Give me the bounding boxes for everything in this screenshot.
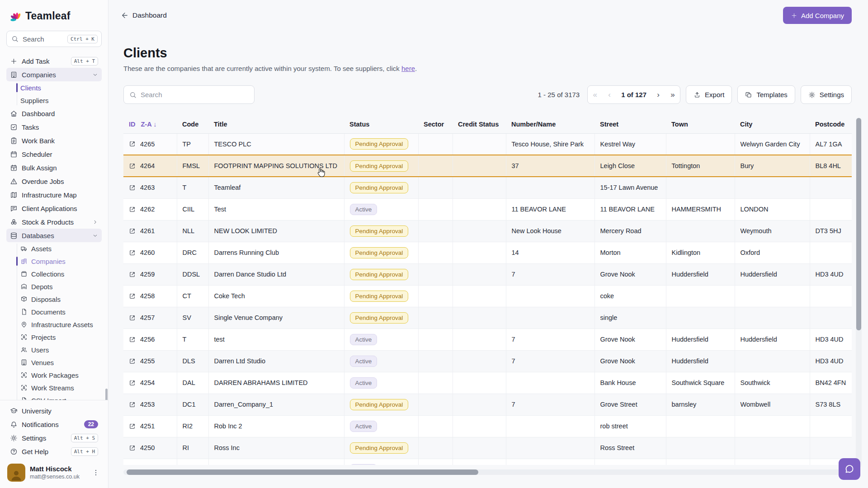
- column-header-code[interactable]: Code: [177, 115, 208, 133]
- cell-title: [208, 459, 344, 465]
- table-row[interactable]: 4261 NLL NEW LOOK LIMITED Pending Approv…: [123, 220, 852, 242]
- external-link-icon[interactable]: [129, 401, 136, 408]
- sidebar-item-work-streams[interactable]: Work Streams: [17, 381, 102, 394]
- column-header-street[interactable]: Street: [594, 115, 666, 133]
- table-row[interactable]: 4263 T Teamleaf Pending Approval 15-17 L…: [123, 177, 852, 198]
- sidebar-item-client-applications[interactable]: Client Applications: [6, 202, 102, 215]
- sidebar-item-db-companies[interactable]: Companies: [17, 255, 102, 267]
- table-search[interactable]: [123, 85, 255, 104]
- table-row[interactable]: 4255 DLS Darren Ltd Studio Active 7 Grov…: [123, 350, 852, 372]
- table-settings-button[interactable]: Settings: [801, 85, 852, 104]
- first-page-button[interactable]: «: [588, 86, 602, 103]
- user-card[interactable]: Matt Hiscock matt@senses.co.uk: [6, 458, 102, 488]
- horizontal-scrollbar-thumb[interactable]: [127, 469, 478, 475]
- sidebar-item-bulk-assign[interactable]: Bulk Assign: [6, 161, 102, 174]
- external-link-icon[interactable]: [129, 293, 136, 300]
- cell-city: Southwick: [735, 372, 810, 394]
- sidebar-item-clients[interactable]: Clients: [17, 81, 102, 94]
- sidebar-item-work-packages[interactable]: Work Packages: [17, 369, 102, 381]
- suppliers-link[interactable]: here: [401, 65, 415, 72]
- external-link-icon[interactable]: [129, 206, 136, 213]
- external-link-icon[interactable]: [129, 163, 136, 169]
- table-row[interactable]: 4250 RI Ross Inc Pending Approval Ross S…: [123, 437, 852, 459]
- column-header-sector[interactable]: Sector: [418, 115, 453, 133]
- next-page-button[interactable]: ›: [651, 86, 665, 103]
- sidebar-item-projects[interactable]: Projects: [17, 331, 102, 343]
- sidebar-item-university[interactable]: University: [6, 404, 102, 418]
- sidebar-item-assets[interactable]: Assets: [17, 242, 102, 255]
- breadcrumb[interactable]: Dashboard: [132, 11, 167, 19]
- table-row[interactable]: 4253 DC1 Darren_Company_1 Pending Approv…: [123, 394, 852, 415]
- sidebar-item-companies[interactable]: Companies: [6, 68, 102, 81]
- kebab-menu-icon[interactable]: [92, 469, 100, 477]
- table-search-input[interactable]: [141, 91, 249, 99]
- chat-button[interactable]: [839, 458, 860, 480]
- cell-sector: [418, 263, 453, 285]
- external-link-icon[interactable]: [129, 271, 136, 278]
- column-header-id[interactable]: IDZ-A ↓: [123, 115, 177, 133]
- sidebar-item-venues[interactable]: Venues: [17, 356, 102, 369]
- sidebar-item-scheduler[interactable]: Scheduler: [6, 147, 102, 161]
- sidebar-item-collections[interactable]: Collections: [17, 267, 102, 280]
- add-company-button[interactable]: Add Company: [783, 7, 852, 24]
- sidebar-item-get-help[interactable]: Get HelpAlt + H: [6, 445, 102, 458]
- export-button[interactable]: Export: [686, 85, 732, 104]
- sidebar-item-infrastructure-assets[interactable]: Infrastructure Assets: [17, 318, 102, 331]
- last-page-button[interactable]: »: [665, 86, 680, 103]
- external-link-icon[interactable]: [129, 184, 136, 191]
- table-row[interactable]: 4254 DAL DARREN ABRAHAMS LIMITED Active …: [123, 372, 852, 394]
- sidebar-item-documents[interactable]: Documents: [17, 305, 102, 318]
- sidebar-item-csv-import[interactable]: CSV Import: [17, 394, 102, 400]
- column-header-credit-status[interactable]: Credit Status: [453, 115, 506, 133]
- column-header-city[interactable]: City: [735, 115, 810, 133]
- table-row[interactable]: 4262 CIIL Test Active 11 BEAVOR LANE 11 …: [123, 198, 852, 220]
- sidebar-item-overdue-jobs[interactable]: Overdue Jobs: [6, 174, 102, 188]
- templates-button[interactable]: Templates: [737, 85, 795, 104]
- table-row[interactable]: 4257 SV Single Venue Company Pending App…: [123, 307, 852, 328]
- sidebar-scrollbar-thumb[interactable]: [105, 389, 108, 400]
- vertical-scrollbar-thumb[interactable]: [856, 118, 861, 330]
- table-row[interactable]: 4264 FMSL FOOTPRINT MAPPING SOLUTIONS LT…: [123, 155, 852, 177]
- sidebar-search[interactable]: Search Ctrl + K: [6, 31, 102, 47]
- sidebar-item-add-task[interactable]: Add Task Alt + T: [6, 54, 102, 68]
- external-link-icon[interactable]: [129, 423, 136, 430]
- table-row[interactable]: 4259 DDSL Darren Dance Studio Ltd Pendin…: [123, 263, 852, 285]
- external-link-icon[interactable]: [129, 380, 136, 386]
- breadcrumb-back[interactable]: Dashboard: [121, 11, 167, 19]
- table-row[interactable]: 4258 CT Coke Tech Pending Approval coke: [123, 285, 852, 307]
- table-row[interactable]: 4260 DRC Darrens Running Club Pending Ap…: [123, 242, 852, 263]
- sidebar-item-tasks[interactable]: Tasks: [6, 120, 102, 134]
- table-row[interactable]: 4265 TP TESCO PLC Pending Approval Tesco…: [123, 133, 852, 155]
- prev-page-button[interactable]: ‹: [602, 86, 617, 103]
- column-header-postcode[interactable]: Postcode: [810, 115, 852, 133]
- table-row[interactable]: 4251 RI2 Rob Inc 2 Active rob street: [123, 415, 852, 437]
- sidebar-item-notifications[interactable]: Notifications22: [6, 418, 102, 431]
- external-link-icon[interactable]: [129, 314, 136, 321]
- external-link-icon[interactable]: [129, 358, 136, 365]
- external-link-icon[interactable]: [129, 249, 136, 256]
- sidebar-item-stock-products[interactable]: Stock & Products: [6, 215, 102, 229]
- app-logo[interactable]: Teamleaf: [0, 0, 108, 30]
- sidebar-item-depots[interactable]: Depots: [17, 280, 102, 293]
- column-header-number-name[interactable]: Number/Name: [506, 115, 594, 133]
- table-row[interactable]: Active: [123, 459, 852, 465]
- sidebar-item-disposals[interactable]: Disposals: [17, 293, 102, 305]
- sidebar-item-suppliers[interactable]: Suppliers: [17, 94, 102, 107]
- scan-user-icon: [20, 371, 28, 379]
- external-link-icon[interactable]: [129, 336, 136, 343]
- column-header-status[interactable]: Status: [344, 115, 418, 133]
- sidebar-item-infrastructure-map[interactable]: Infrastructure Map: [6, 188, 102, 202]
- table-row[interactable]: 4256 T test Active 7 Grove Nook Huddersf…: [123, 328, 852, 350]
- sidebar-item-settings[interactable]: SettingsAlt + S: [6, 431, 102, 445]
- column-header-town[interactable]: Town: [666, 115, 735, 133]
- external-link-icon[interactable]: [129, 141, 136, 147]
- cell-title: Darren_Company_1: [208, 394, 344, 415]
- sidebar-item-users[interactable]: Users: [17, 343, 102, 356]
- sidebar-item-dashboard[interactable]: Dashboard: [6, 107, 102, 120]
- sidebar-item-work-bank[interactable]: Work Bank: [6, 134, 102, 147]
- external-link-icon[interactable]: [129, 445, 136, 451]
- external-link-icon[interactable]: [129, 228, 136, 235]
- column-header-title[interactable]: Title: [208, 115, 344, 133]
- sidebar-item-databases[interactable]: Databases: [6, 229, 102, 242]
- cell-sector: [418, 155, 453, 177]
